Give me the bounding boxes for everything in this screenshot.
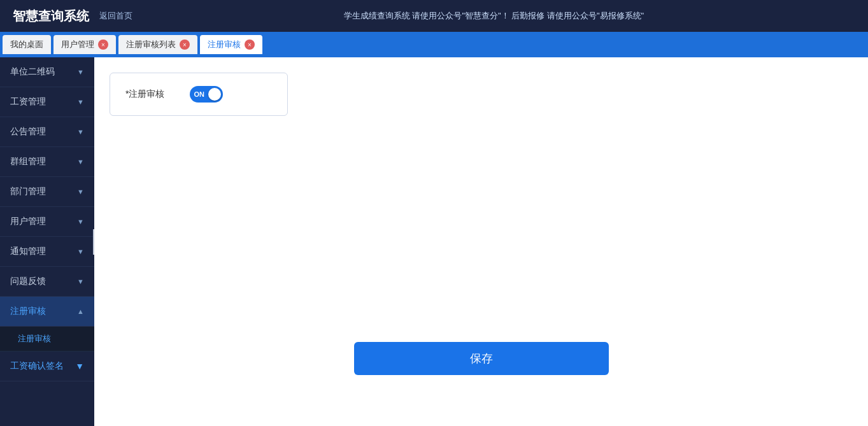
chevron-down-icon: ▼ [77,188,84,195]
chevron-up-icon: ▲ [77,308,84,315]
sidebar-item-feedback[interactable]: 问题反馈 ▼ [0,267,94,297]
tab-reg-review-list[interactable]: 注册审核列表 × [118,35,197,54]
sidebar-item-notice-manage[interactable]: 公告管理 ▼ [0,117,94,147]
sidebar-item-reg-review[interactable]: 注册审核 ▲ [0,297,94,327]
sidebar-label-dept-manage: 部门管理 [10,186,46,197]
sidebar-label-group-manage: 群组管理 [10,156,46,167]
sidebar-item-salary-sign[interactable]: 工资确认签名 ▼ [0,351,94,381]
tab-desktop[interactable]: 我的桌面 [3,35,51,54]
chevron-down-icon: ▼ [77,68,84,76]
sidebar-sub-item-reg-review[interactable]: 注册审核 [0,327,94,351]
toggle-reg-review[interactable]: ON [190,86,223,103]
chevron-down-icon: ▼ [77,98,84,106]
tab-reg-review-close[interactable]: × [245,39,255,50]
sidebar: 单位二维码 ▼ 工资管理 ▼ 公告管理 ▼ 群组管理 ▼ 部门管理 ▼ 用户管理… [0,57,94,426]
main-layout: 单位二维码 ▼ 工资管理 ▼ 公告管理 ▼ 群组管理 ▼ 部门管理 ▼ 用户管理… [0,57,868,426]
sidebar-submenu-reg-review: 注册审核 [0,327,94,351]
chevron-down-icon: ▼ [77,278,84,285]
chevron-down-icon: ▼ [77,158,84,166]
tab-reg-review-list-close[interactable]: × [180,39,190,50]
sidebar-label-notify-manage: 通知管理 [10,246,46,257]
sidebar-label-reg-review: 注册审核 [10,306,46,317]
sidebar-item-dept-manage[interactable]: 部门管理 ▼ [0,177,94,207]
tab-user-manage[interactable]: 用户管理 × [53,35,116,54]
chevron-down-icon: ▼ [77,218,84,225]
sidebar-item-user-manage[interactable]: 用户管理 ▼ [0,207,94,237]
tab-reg-review[interactable]: 注册审核 × [200,35,262,54]
chevron-down-icon: ▼ [77,128,84,136]
form-field-label: *注册审核 [125,89,164,100]
tab-user-manage-label: 用户管理 [61,39,94,50]
sidebar-item-unit-qrcode[interactable]: 单位二维码 ▼ [0,57,94,87]
toggle-text: ON [194,90,204,98]
chevron-down-icon: ▼ [75,361,84,371]
tab-user-manage-close[interactable]: × [98,39,108,50]
tab-desktop-label: 我的桌面 [10,39,43,50]
tab-bar: 我的桌面 用户管理 × 注册审核列表 × 注册审核 × [0,32,868,57]
content-area: *注册审核 ON 保存 [94,57,868,426]
tab-reg-review-list-label: 注册审核列表 [126,39,176,50]
sidebar-label-user-manage: 用户管理 [10,216,46,227]
save-button[interactable]: 保存 [354,342,609,375]
sidebar-label-feedback: 问题反馈 [10,276,46,287]
sidebar-item-salary-manage[interactable]: 工资管理 ▼ [0,87,94,117]
app-title: 智慧查询系统 [13,8,89,25]
sidebar-item-group-manage[interactable]: 群组管理 ▼ [0,147,94,177]
header: 智慧查询系统 返回首页 学生成绩查询系统 请使用公众号"智慧查分"！ 后勤报修 … [0,0,868,32]
sidebar-item-notify-manage[interactable]: 通知管理 ▼ [0,237,94,267]
form-card: *注册审核 ON [110,73,288,116]
sidebar-label-salary-manage: 工资管理 [10,96,46,108]
tab-reg-review-label: 注册审核 [208,39,241,50]
sidebar-label-unit-qrcode: 单位二维码 [10,66,55,78]
back-home-button[interactable]: 返回首页 [99,10,132,22]
header-notice: 学生成绩查询系统 请使用公众号"智慧查分"！ 后勤报修 请使用公众号"易报修系统… [132,10,855,22]
sidebar-label-notice-manage: 公告管理 [10,126,46,138]
chevron-down-icon: ▼ [77,248,84,255]
sidebar-collapse-handle[interactable]: ‹ [93,229,94,255]
sidebar-label-salary-sign: 工资确认签名 [10,360,64,372]
